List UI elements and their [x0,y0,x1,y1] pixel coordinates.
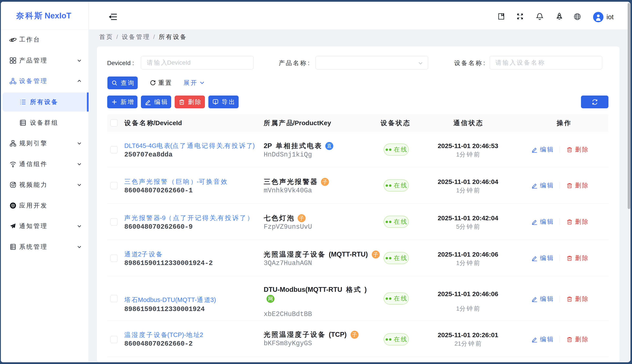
svg-text:e: e [11,36,14,43]
